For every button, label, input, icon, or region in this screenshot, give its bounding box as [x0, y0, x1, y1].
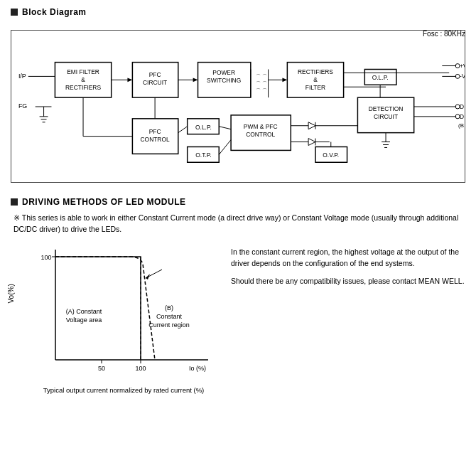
- svg-text:100: 100: [135, 365, 146, 372]
- driving-desc2: Should there be any compatibility issues…: [231, 275, 465, 287]
- svg-text:PFC: PFC: [149, 128, 161, 135]
- svg-text:Constant: Constant: [156, 313, 183, 320]
- block-diagram-section: Block Diagram Fosc : 80KHz I/P FG EMI FI…: [11, 7, 465, 183]
- driving-note-text: ※ This series is able to work in either …: [13, 213, 458, 233]
- svg-text:⌒: ⌒: [256, 74, 261, 79]
- svg-text:(A) Constant: (A) Constant: [66, 308, 102, 315]
- svg-text:FG: FG: [18, 102, 27, 110]
- svg-text:(B): (B): [165, 304, 173, 311]
- svg-line-75: [219, 140, 231, 155]
- svg-text:FILTER: FILTER: [305, 84, 325, 91]
- svg-text:CONTROL: CONTROL: [246, 131, 275, 138]
- svg-line-74: [219, 127, 231, 129]
- driving-section: DRIVING METHODS OF LED MODULE ※ This ser…: [11, 197, 465, 394]
- block-diagram-title: Block Diagram: [22, 7, 87, 17]
- svg-text:DIM-: DIM-: [460, 113, 465, 120]
- driving-content: Vo(%) 100 50 100 Io (%): [11, 243, 465, 394]
- fosc-label: Fosc : 80KHz: [423, 30, 465, 38]
- svg-text:⌒: ⌒: [262, 81, 267, 86]
- svg-text:RECTIFIERS: RECTIFIERS: [65, 84, 101, 91]
- svg-marker-31: [282, 78, 287, 82]
- svg-text:Current region: Current region: [148, 321, 190, 329]
- driving-title: DRIVING METHODS OF LED MODULE: [22, 197, 186, 207]
- svg-text:PFC: PFC: [149, 71, 161, 78]
- svg-text:SWITCHING: SWITCHING: [207, 77, 241, 84]
- svg-text:&: &: [313, 76, 318, 83]
- driving-header: DRIVING METHODS OF LED MODULE: [11, 197, 465, 207]
- svg-text:O.L.P.: O.L.P.: [195, 124, 212, 131]
- block-diagram-header: Block Diagram: [11, 7, 465, 17]
- y-axis-label: Vo(%): [7, 284, 15, 303]
- svg-text:⌒: ⌒: [262, 74, 267, 79]
- svg-text:⌒: ⌒: [256, 88, 261, 93]
- header-square-icon: [11, 9, 18, 16]
- svg-text:CIRCUIT: CIRCUIT: [143, 79, 167, 86]
- svg-text:O.T.P.: O.T.P.: [195, 151, 211, 159]
- svg-text:Voltage area: Voltage area: [66, 316, 102, 324]
- chart-container: Vo(%) 100 50 100 Io (%): [11, 243, 217, 394]
- svg-text:DIM+: DIM+: [460, 103, 465, 110]
- driving-note: ※ This series is able to work in either …: [13, 213, 465, 235]
- svg-text:100: 100: [40, 254, 51, 261]
- svg-marker-77: [308, 122, 315, 129]
- svg-text:⌒: ⌒: [256, 81, 261, 86]
- driving-description: In the constant current region, the high…: [231, 246, 465, 293]
- svg-text:+V: +V: [460, 63, 465, 70]
- svg-text:CONTROL: CONTROL: [141, 136, 170, 143]
- svg-text:CIRCUIT: CIRCUIT: [374, 113, 398, 120]
- svg-text:POWER: POWER: [212, 69, 235, 76]
- svg-text:EMI FILTER: EMI FILTER: [67, 68, 99, 75]
- driving-desc1: In the constant current region, the high…: [231, 246, 465, 270]
- svg-text:⌒: ⌒: [262, 88, 267, 93]
- svg-text:DETECTION: DETECTION: [369, 105, 404, 112]
- svg-text:RECTIFIERS: RECTIFIERS: [298, 68, 333, 75]
- svg-text:O.V.P.: O.V.P.: [323, 151, 339, 159]
- svg-marker-13: [127, 78, 132, 82]
- chart-caption: Typical output current normalized by rat…: [31, 386, 217, 394]
- svg-text:(B Type): (B Type): [458, 122, 465, 129]
- svg-line-73: [178, 127, 188, 133]
- svg-marker-98: [146, 274, 150, 279]
- svg-marker-81: [308, 139, 315, 146]
- svg-text:I/P: I/P: [18, 73, 26, 80]
- svg-marker-18: [193, 78, 198, 82]
- svg-text:&: &: [81, 76, 85, 83]
- driving-chart-svg: 100 50 100 Io (%) (A): [31, 243, 222, 381]
- block-diagram-svg: I/P FG EMI FILTER & RECTIFIERS PFC CIRCU…: [11, 30, 465, 183]
- svg-text:Io (%): Io (%): [189, 365, 206, 372]
- svg-text:PWM & PFC: PWM & PFC: [244, 123, 278, 130]
- svg-text:50: 50: [98, 365, 105, 372]
- svg-text:-V: -V: [460, 73, 465, 80]
- header-square-icon2: [11, 198, 18, 206]
- svg-text:O.L.P.: O.L.P.: [372, 74, 389, 81]
